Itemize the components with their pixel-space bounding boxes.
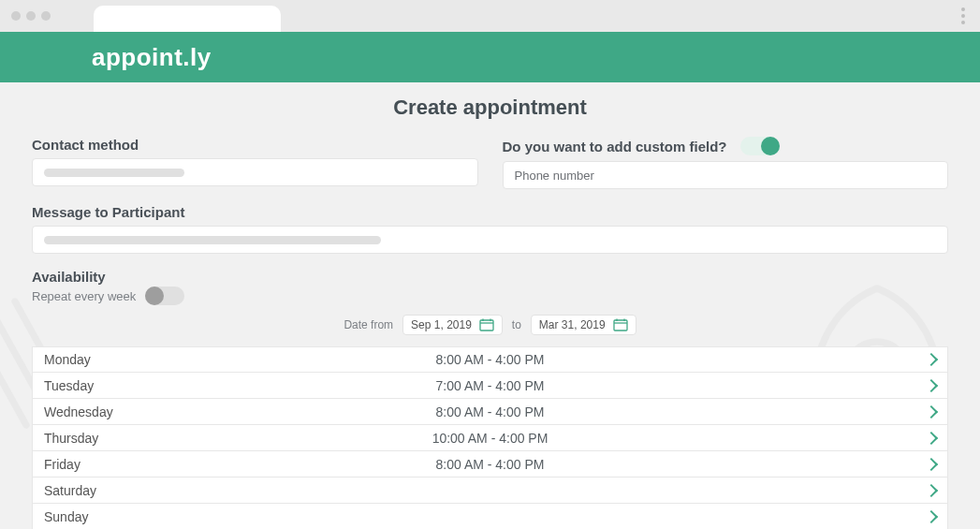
message-participant-input[interactable]: [32, 226, 948, 254]
repeat-weekly-label: Repeat every week: [32, 289, 136, 303]
page-content: Create appointment Contact method Do you…: [0, 82, 980, 529]
day-name: Wednesday: [44, 404, 436, 419]
chevron-right-icon: [925, 378, 938, 391]
day-name: Sunday: [44, 509, 490, 524]
day-hours: 8:00 AM - 4:00 PM: [436, 457, 545, 472]
day-name: Tuesday: [44, 378, 436, 393]
date-range-row: Date from Sep 1, 2019 to Mar 31, 2019: [32, 315, 948, 335]
date-to-label: to: [512, 318, 521, 331]
svg-line-2: [0, 324, 26, 425]
day-hours: 8:00 AM - 4:00 PM: [436, 404, 545, 419]
contact-method-input[interactable]: [32, 158, 478, 186]
date-to-value: Mar 31, 2019: [539, 318, 606, 331]
svg-rect-4: [480, 320, 493, 331]
repeat-weekly-toggle[interactable]: [145, 287, 184, 305]
day-hours: 10:00 AM - 4:00 PM: [432, 431, 549, 446]
date-to-picker[interactable]: Mar 31, 2019: [531, 315, 636, 335]
message-participant-label: Message to Participant: [32, 204, 948, 220]
expand-day-button[interactable]: [544, 381, 936, 390]
date-from-picker[interactable]: Sep 1, 2019: [402, 315, 503, 335]
svg-rect-8: [614, 320, 627, 331]
expand-day-button[interactable]: [490, 512, 937, 522]
browser-chrome: [0, 0, 980, 32]
chevron-right-icon: [925, 404, 938, 418]
minimize-window-icon[interactable]: [26, 11, 36, 21]
expand-day-button[interactable]: [544, 460, 936, 469]
day-hours: 7:00 AM - 4:00 PM: [436, 378, 545, 393]
availability-day-row[interactable]: Friday8:00 AM - 4:00 PM: [32, 451, 948, 478]
calendar-icon: [479, 318, 494, 331]
window-controls: [11, 11, 51, 21]
availability-day-row[interactable]: Thursday10:00 AM - 4:00 PM: [32, 425, 948, 451]
day-name: Monday: [44, 352, 436, 367]
skeleton-placeholder: [44, 169, 184, 177]
calendar-icon: [613, 318, 628, 331]
skeleton-placeholder: [44, 236, 381, 244]
day-hours: 8:00 AM - 4:00 PM: [436, 352, 545, 367]
day-name: Thursday: [44, 431, 432, 446]
browser-tab[interactable]: [94, 6, 281, 32]
custom-field-input[interactable]: Phone number: [503, 161, 949, 189]
availability-day-list: Monday8:00 AM - 4:00 PMTuesday7:00 AM - …: [32, 346, 948, 529]
day-name: Friday: [44, 457, 436, 472]
availability-day-row[interactable]: Tuesday7:00 AM - 4:00 PM: [32, 373, 948, 399]
contact-method-label: Contact method: [32, 137, 478, 153]
availability-day-row[interactable]: Sunday: [32, 504, 948, 529]
chevron-right-icon: [925, 457, 938, 470]
date-from-label: Date from: [344, 318, 393, 331]
day-name: Saturday: [44, 483, 490, 498]
custom-field-input-value: Phone number: [515, 169, 594, 183]
browser-menu-icon[interactable]: [958, 4, 969, 28]
repeat-weekly-row: Repeat every week: [32, 287, 948, 305]
brand-logo: appoint.ly: [92, 43, 212, 72]
expand-day-button[interactable]: [548, 433, 936, 443]
app-header: appoint.ly: [0, 32, 980, 82]
close-window-icon[interactable]: [11, 11, 21, 21]
custom-field-toggle[interactable]: [740, 137, 780, 155]
expand-day-button[interactable]: [490, 486, 937, 495]
availability-label: Availability: [32, 269, 948, 285]
availability-day-row[interactable]: Monday8:00 AM - 4:00 PM: [32, 346, 948, 373]
chevron-right-icon: [925, 431, 938, 444]
availability-day-row[interactable]: Wednesday8:00 AM - 4:00 PM: [32, 399, 948, 425]
page-title: Create appointment: [32, 96, 948, 120]
chevron-right-icon: [925, 353, 938, 366]
availability-day-row[interactable]: Saturday: [32, 478, 948, 504]
expand-day-button[interactable]: [544, 355, 936, 364]
expand-day-button[interactable]: [544, 407, 936, 417]
custom-field-label-text: Do you want to add custom field?: [503, 139, 727, 154]
date-from-value: Sep 1, 2019: [411, 318, 472, 331]
chevron-right-icon: [925, 509, 938, 522]
custom-field-label: Do you want to add custom field?: [503, 137, 949, 155]
chevron-right-icon: [925, 483, 938, 496]
maximize-window-icon[interactable]: [41, 11, 51, 21]
